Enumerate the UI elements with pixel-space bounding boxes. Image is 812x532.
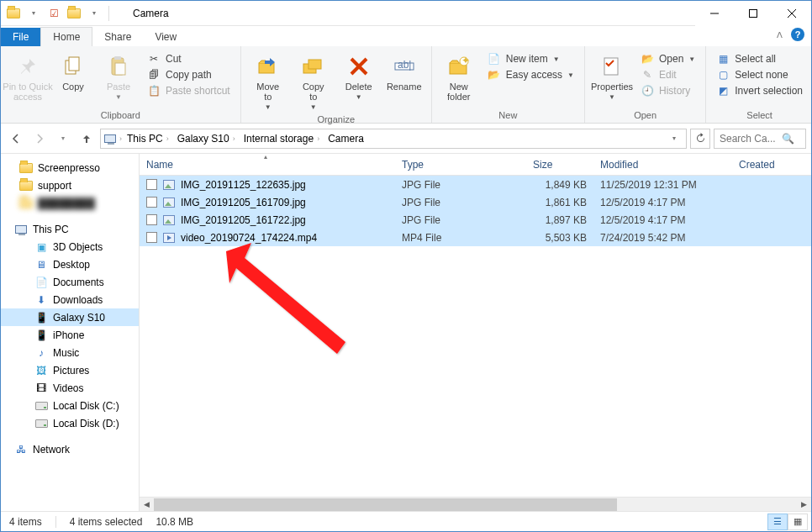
qat-dropdown[interactable]: ▾: [24, 4, 43, 23]
file-icon: [162, 213, 176, 227]
nav-item-downloads[interactable]: ⬇Downloads: [1, 291, 139, 308]
chevron-right-icon[interactable]: ›: [119, 134, 122, 143]
move-to-button[interactable]: Move to▼: [246, 51, 290, 113]
new-folder-button[interactable]: ✦ New folder: [437, 51, 481, 103]
column-header-name[interactable]: Name: [140, 154, 395, 175]
column-header-size[interactable]: Size: [526, 154, 593, 175]
delete-button[interactable]: Delete▼: [337, 51, 381, 103]
status-item-count: 4 items: [9, 516, 42, 528]
recent-locations-button[interactable]: ▾: [53, 129, 73, 149]
paste-shortcut-button[interactable]: 📋Paste shortcut: [144, 83, 234, 98]
nav-item-support[interactable]: support: [1, 176, 139, 194]
rename-button[interactable]: ab| Rename: [382, 51, 426, 93]
table-row[interactable]: video_20190724_174224.mp4MP4 File5,503 K…: [140, 229, 811, 246]
history-button[interactable]: 🕘History: [637, 83, 699, 98]
chevron-down-icon: ▼: [567, 71, 574, 79]
open-button[interactable]: 📂Open ▼: [637, 51, 699, 66]
scrollbar-track[interactable]: [154, 498, 797, 512]
qat-newfolder-icon[interactable]: [65, 4, 83, 23]
qat-properties-icon[interactable]: ☑: [45, 4, 63, 23]
checkbox[interactable]: [146, 197, 157, 208]
cut-icon: ✂: [147, 52, 161, 66]
desktop-icon: 🖥: [34, 258, 48, 271]
file-type: MP4 File: [395, 232, 526, 244]
new-item-button[interactable]: 📄New item ▼: [484, 51, 577, 66]
pin-to-quick-access-button[interactable]: Pin to Quick access: [6, 51, 50, 103]
scroll-left-button[interactable]: ◀: [140, 498, 154, 512]
file-list[interactable]: IMG_20191125_122635.jpgJPG File1,849 KB1…: [140, 176, 811, 497]
column-header-modified[interactable]: Modified: [593, 154, 732, 175]
file-name: video_20190724_174224.mp4: [181, 232, 317, 244]
search-box[interactable]: 🔍: [714, 129, 806, 149]
table-row[interactable]: IMG_20191205_161709.jpgJPG File1,861 KB1…: [140, 193, 811, 211]
scrollbar-thumb[interactable]: [154, 498, 617, 511]
address-dropdown[interactable]: ▾: [664, 129, 684, 149]
navigation-pane[interactable]: Screenpresso support ████████ This PC ▣3…: [1, 154, 140, 511]
tab-share[interactable]: Share: [92, 28, 143, 46]
thumbnails-view-button[interactable]: ▦: [788, 514, 808, 530]
select-all-button[interactable]: ▦Select all: [713, 51, 806, 66]
breadcrumb[interactable]: Internal storage›: [240, 133, 323, 145]
ribbon-group-new: ✦ New folder 📄New item ▼ 📂Easy access ▼ …: [432, 46, 585, 123]
chevron-down-icon: ▼: [553, 55, 560, 63]
tab-file[interactable]: File: [1, 28, 40, 46]
maximize-button[interactable]: [734, 1, 772, 26]
nav-item-videos[interactable]: 🎞Videos: [1, 379, 139, 397]
table-row[interactable]: IMG_20191205_161722.jpgJPG File1,897 KB1…: [140, 211, 811, 229]
address-bar[interactable]: › This PC› Galaxy S10› Internal storage›…: [100, 129, 687, 149]
checkbox[interactable]: [146, 214, 157, 225]
checkbox[interactable]: [146, 179, 157, 190]
close-button[interactable]: [772, 1, 811, 26]
nav-item-documents[interactable]: 📄Documents: [1, 273, 139, 291]
breadcrumb[interactable]: Camera: [324, 133, 367, 145]
forward-button[interactable]: [29, 129, 50, 149]
edit-button[interactable]: ✎Edit: [637, 67, 699, 82]
properties-button[interactable]: Properties▼: [590, 51, 634, 103]
tab-home[interactable]: Home: [40, 27, 92, 46]
easy-access-button[interactable]: 📂Easy access ▼: [484, 67, 577, 82]
details-view-button[interactable]: ☰: [767, 514, 788, 530]
invert-selection-button[interactable]: ◩Invert selection: [713, 83, 806, 98]
nav-item-this-pc[interactable]: This PC: [1, 220, 139, 238]
ribbon-tabs: File Home Share View ᐱ ?: [1, 26, 811, 46]
back-button[interactable]: [6, 129, 26, 149]
nav-item-iphone[interactable]: 📱iPhone: [1, 326, 139, 344]
collapse-ribbon-icon[interactable]: ᐱ: [777, 30, 783, 40]
nav-item-galaxy-s10[interactable]: 📱Galaxy S10: [1, 308, 139, 326]
nav-item-pictures[interactable]: 🖼Pictures: [1, 361, 139, 379]
cut-button[interactable]: ✂Cut: [144, 51, 234, 66]
nav-item-desktop[interactable]: 🖥Desktop: [1, 255, 139, 273]
select-none-button[interactable]: ▢Select none: [713, 67, 806, 82]
horizontal-scrollbar[interactable]: ◀ ▶: [140, 497, 811, 511]
chevron-down-icon: ▼: [310, 103, 317, 111]
pin-icon: [14, 53, 41, 80]
column-header-type[interactable]: Type: [395, 154, 526, 175]
nav-item-blurred[interactable]: ████████: [1, 194, 139, 212]
nav-item-music[interactable]: ♪Music: [1, 344, 139, 361]
breadcrumb[interactable]: This PC›: [124, 133, 172, 145]
copy-to-button[interactable]: Copy to▼: [292, 51, 335, 113]
checkbox[interactable]: [146, 232, 157, 243]
nav-item-local-disk-c[interactable]: Local Disk (C:): [1, 397, 139, 414]
breadcrumb[interactable]: Galaxy S10›: [174, 133, 239, 145]
table-row[interactable]: IMG_20191125_122635.jpgJPG File1,849 KB1…: [140, 176, 811, 193]
ribbon: Pin to Quick access Copy Paste ▼ ✂Cut 🗐C…: [1, 46, 811, 124]
nav-item-screenpresso[interactable]: Screenpresso: [1, 159, 139, 176]
refresh-button[interactable]: [690, 129, 710, 149]
search-input[interactable]: [720, 133, 778, 145]
qat-caret[interactable]: ▾: [85, 4, 103, 23]
minimize-button[interactable]: [695, 1, 734, 26]
nav-item-network[interactable]: 🖧Network: [1, 440, 139, 458]
paste-button[interactable]: Paste ▼: [97, 51, 140, 103]
column-header-created[interactable]: Created: [732, 154, 811, 175]
drive-icon: [34, 417, 48, 430]
up-button[interactable]: [76, 129, 97, 149]
tab-view[interactable]: View: [143, 28, 188, 46]
nav-item-local-disk-d[interactable]: Local Disk (D:): [1, 414, 139, 432]
file-name: IMG_20191205_161709.jpg: [181, 197, 306, 208]
nav-item-3d-objects[interactable]: ▣3D Objects: [1, 238, 139, 255]
scroll-right-button[interactable]: ▶: [797, 498, 811, 512]
copy-path-button[interactable]: 🗐Copy path: [144, 67, 234, 82]
help-icon[interactable]: ?: [791, 28, 804, 41]
copy-button[interactable]: Copy: [51, 51, 95, 93]
